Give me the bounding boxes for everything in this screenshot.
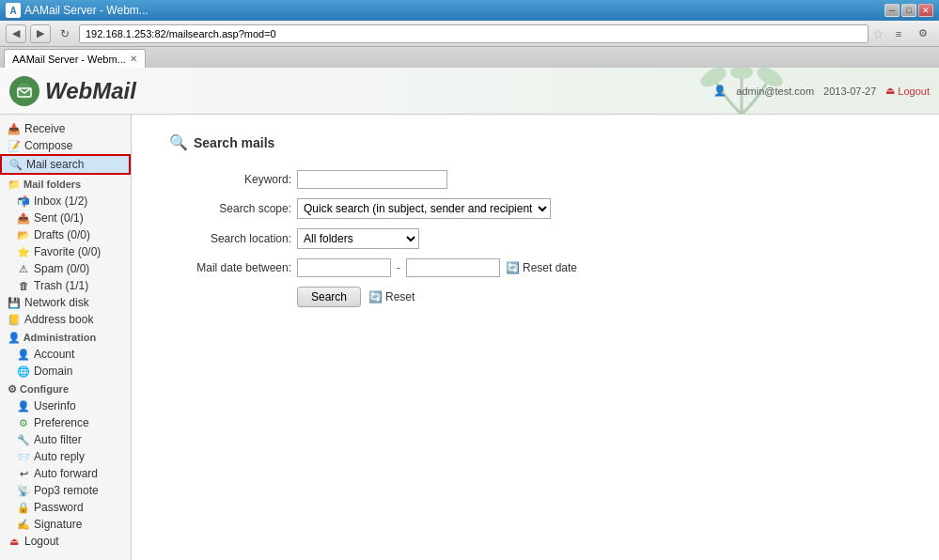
sidebar-item-logout[interactable]: ⏏ Logout — [0, 533, 131, 550]
browser-settings-button[interactable]: ⚙ — [913, 24, 933, 43]
sidebar-inbox-label: Inbox (1/2) — [34, 194, 87, 208]
search-title: 🔍 Search mails — [169, 133, 901, 151]
auto-forward-icon: ↩ — [17, 467, 30, 480]
browser-menu-button[interactable]: ≡ — [888, 24, 909, 43]
app-icon: A — [6, 3, 21, 18]
drafts-icon: 📂 — [17, 228, 30, 241]
body-area: 📥 Receive 📝 Compose 🔍 Mail search 📁 Mail… — [0, 115, 939, 560]
sidebar-mail-folders-section: 📁 Mail folders — [0, 175, 131, 193]
sidebar-address-book-label: Address book — [24, 313, 93, 326]
signature-icon: ✍ — [17, 518, 30, 531]
sidebar-mail-search-label: Mail search — [26, 158, 84, 171]
sidebar-item-address-book[interactable]: 📒 Address book — [0, 311, 131, 328]
sidebar-item-password[interactable]: 🔒 Password — [0, 499, 131, 516]
sidebar-favorite-label: Favorite (0/0) — [34, 245, 101, 258]
trash-icon: 🗑 — [17, 279, 30, 292]
keyword-input[interactable] — [297, 170, 447, 189]
content-area: 🔍 Search mails Keyword: Search scope: Qu… — [132, 115, 939, 560]
webmail-logo: WebMail — [9, 76, 136, 106]
sidebar-item-trash[interactable]: 🗑 Trash (1/1) — [0, 277, 131, 294]
sidebar-item-auto-reply[interactable]: 📨 Auto reply — [0, 448, 131, 465]
network-disk-icon: 💾 — [8, 296, 21, 309]
sidebar-item-compose[interactable]: 📝 Compose — [0, 137, 131, 154]
receive-icon: 📥 — [8, 122, 21, 135]
sidebar-drafts-label: Drafts (0/0) — [34, 228, 90, 241]
sidebar-domain-label: Domain — [34, 365, 72, 378]
logout-icon: ⏏ — [885, 85, 895, 97]
keyword-row: Keyword: — [169, 170, 901, 189]
sidebar-administration-section: 👤 Administration — [0, 328, 131, 346]
folder-icon: 📁 — [8, 179, 21, 190]
window-controls: ─ □ ✕ — [884, 4, 933, 17]
browser-toolbar: ◀ ▶ ↻ ☆ ≡ ⚙ — [0, 21, 939, 47]
sidebar-item-network-disk[interactable]: 💾 Network disk — [0, 294, 131, 311]
sidebar-item-account[interactable]: 👤 Account — [0, 346, 131, 363]
sidebar-item-spam[interactable]: ⚠ Spam (0/0) — [0, 260, 131, 277]
sidebar-item-inbox[interactable]: 📬 Inbox (1/2) — [0, 193, 131, 210]
window-title: AAMail Server - Webm... — [24, 4, 881, 17]
search-location-label: Search location: — [169, 232, 291, 245]
search-scope-select[interactable]: Quick search (in subject, sender and rec… — [297, 198, 551, 219]
address-book-icon: 📒 — [8, 313, 21, 326]
header-logout-button[interactable]: ⏏ Logout — [885, 85, 930, 97]
tab-label: AAMail Server - Webm... — [12, 54, 126, 65]
bookmark-star-icon[interactable]: ☆ — [872, 26, 884, 41]
app-container: WebMail 👤 admin@test.com 2013-07-27 ⏏ Lo… — [0, 68, 939, 560]
mail-date-label: Mail date between: — [169, 261, 291, 274]
sidebar-network-disk-label: Network disk — [24, 296, 89, 309]
reset-date-button[interactable]: 🔄 Reset date — [506, 261, 577, 274]
account-icon: 👤 — [17, 348, 30, 361]
sidebar-item-signature[interactable]: ✍ Signature — [0, 516, 131, 533]
sidebar-compose-label: Compose — [24, 139, 72, 152]
sidebar-auto-forward-label: Auto forward — [34, 467, 98, 480]
reset-button[interactable]: 🔄 Reset — [368, 290, 415, 303]
sidebar-item-receive[interactable]: 📥 Receive — [0, 120, 131, 137]
date-from-input[interactable] — [297, 258, 391, 277]
sidebar-auto-reply-label: Auto reply — [34, 450, 85, 463]
sidebar-item-drafts[interactable]: 📂 Drafts (0/0) — [0, 226, 131, 243]
sidebar-password-label: Password — [34, 501, 84, 514]
tab-close-button[interactable]: ✕ — [130, 54, 137, 64]
close-button[interactable]: ✕ — [918, 4, 933, 17]
sent-icon: 📤 — [17, 211, 30, 225]
webmail-logo-text: WebMail — [45, 78, 136, 104]
forward-button[interactable]: ▶ — [30, 24, 51, 43]
minimize-button[interactable]: ─ — [884, 4, 900, 17]
webmail-header: WebMail 👤 admin@test.com 2013-07-27 ⏏ Lo… — [0, 68, 939, 115]
sidebar-trash-label: Trash (1/1) — [34, 279, 88, 292]
configure-icon: ⚙ — [8, 383, 17, 395]
search-button[interactable]: Search — [297, 287, 361, 307]
svg-point-3 — [754, 68, 786, 90]
sidebar-item-preference[interactable]: ⚙ Preference — [0, 414, 131, 431]
sidebar-item-domain[interactable]: 🌐 Domain — [0, 363, 131, 380]
sidebar-item-mail-search[interactable]: 🔍 Mail search — [0, 154, 131, 175]
auto-filter-icon: 🔧 — [17, 433, 30, 446]
sidebar-item-auto-forward[interactable]: ↩ Auto forward — [0, 465, 131, 482]
sidebar-item-userinfo[interactable]: 👤 Userinfo — [0, 397, 131, 414]
password-icon: 🔒 — [17, 501, 30, 514]
sidebar-logout-label: Logout — [24, 535, 59, 548]
sidebar-item-pop3-remote[interactable]: 📡 Pop3 remote — [0, 482, 131, 499]
sidebar-auto-filter-label: Auto filter — [34, 433, 82, 446]
sidebar-configure-section: ⚙ Configure — [0, 380, 131, 397]
refresh-button[interactable]: ↻ — [55, 24, 75, 43]
maximize-button[interactable]: □ — [901, 4, 916, 17]
browser-tab[interactable]: AAMail Server - Webm... ✕ — [4, 49, 146, 68]
admin-icon: 👤 — [8, 332, 21, 343]
search-location-select[interactable]: All folders Inbox Sent Drafts Favorite S… — [297, 228, 419, 249]
back-button[interactable]: ◀ — [6, 24, 26, 43]
address-bar[interactable] — [79, 24, 869, 43]
compose-icon: 📝 — [8, 139, 21, 152]
auto-reply-icon: 📨 — [17, 450, 30, 463]
header-date: 2013-07-27 — [823, 86, 876, 97]
sidebar-userinfo-label: Userinfo — [34, 399, 76, 412]
sidebar-item-favorite[interactable]: ⭐ Favorite (0/0) — [0, 243, 131, 260]
sidebar-item-sent[interactable]: 📤 Sent (0/1) — [0, 210, 131, 226]
domain-icon: 🌐 — [17, 365, 30, 378]
date-to-input[interactable] — [406, 258, 500, 277]
sidebar-item-auto-filter[interactable]: 🔧 Auto filter — [0, 431, 131, 448]
sidebar-logout-icon: ⏏ — [8, 535, 21, 548]
svg-point-2 — [697, 68, 729, 90]
sidebar-signature-label: Signature — [34, 518, 82, 531]
pop3-remote-icon: 📡 — [17, 484, 30, 497]
